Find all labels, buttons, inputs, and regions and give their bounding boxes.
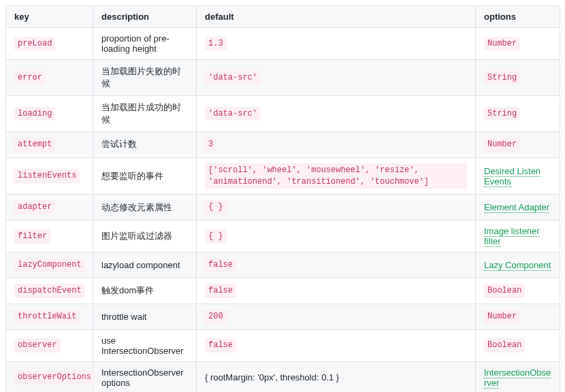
options-code: String — [484, 107, 520, 121]
table-row: throttleWaitthrottle wait200Number — [6, 304, 560, 329]
cell-key: dispatchEvent — [6, 278, 93, 304]
options-code: Number — [484, 310, 520, 324]
cell-options: Image listener filter — [476, 220, 560, 252]
cell-options: String — [476, 60, 560, 96]
table-row: error当加载图片失败的时候'data-src'String — [6, 60, 560, 96]
cell-default: { } — [197, 220, 476, 252]
default-code: false — [205, 284, 236, 298]
cell-default: false — [197, 278, 476, 304]
default-code: false — [205, 258, 236, 272]
cell-description: lazyload component — [93, 252, 197, 278]
default-code: ['scroll', 'wheel', 'mousewheel', 'resiz… — [205, 163, 467, 189]
table-row: adapter动态修改元素属性{ }Element Adapter — [6, 195, 560, 220]
options-code: Boolean — [484, 338, 525, 353]
cell-options: String — [476, 96, 560, 132]
cell-options: Number — [476, 304, 560, 329]
key-code: lazyComponent — [14, 258, 85, 272]
cell-description: 触发dom事件 — [93, 278, 197, 304]
key-code: loading — [14, 107, 55, 121]
cell-options: Number — [476, 132, 560, 158]
cell-description: use IntersectionObserver — [93, 329, 197, 361]
default-code: 'data-src' — [205, 107, 261, 121]
cell-options: Number — [476, 28, 560, 60]
key-code: observer — [14, 338, 61, 353]
cell-key: listenEvents — [6, 157, 93, 195]
table-row: observeruse IntersectionObserverfalseBoo… — [6, 329, 560, 361]
cell-key: throttleWait — [6, 304, 93, 329]
table-row: preLoadproportion of pre-loading height1… — [6, 28, 560, 60]
options-link[interactable]: IntersectionObserver — [484, 368, 551, 389]
cell-description: 当加载图片失败的时候 — [93, 60, 197, 96]
cell-default: 200 — [197, 304, 476, 329]
cell-key: filter — [6, 220, 93, 252]
default-code: 200 — [205, 310, 227, 324]
cell-default: false — [197, 329, 476, 361]
default-code: 3 — [205, 137, 216, 152]
cell-default: 'data-src' — [197, 96, 476, 132]
header-default: default — [197, 6, 476, 28]
default-code: false — [205, 338, 236, 353]
cell-key: preLoad — [6, 28, 93, 60]
table-row: attempt尝试计数3Number — [6, 132, 560, 158]
cell-default: { rootMargin: '0px', threshold: 0.1 } — [197, 361, 476, 392]
table-row: dispatchEvent触发dom事件falseBoolean — [6, 278, 560, 304]
cell-key: observer — [6, 329, 93, 361]
cell-description: 想要监听的事件 — [93, 157, 197, 195]
cell-description: throttle wait — [93, 304, 197, 329]
options-code: String — [484, 71, 520, 85]
default-code: 'data-src' — [205, 71, 261, 85]
cell-options: Element Adapter — [476, 195, 560, 220]
key-code: throttleWait — [14, 310, 80, 324]
cell-default: 1.3 — [197, 28, 476, 60]
cell-default: ['scroll', 'wheel', 'mousewheel', 'resiz… — [197, 157, 476, 195]
cell-default: 3 — [197, 132, 476, 158]
key-code: observerOptions — [14, 370, 95, 385]
cell-key: observerOptions — [6, 361, 93, 392]
header-description: description — [93, 6, 197, 28]
cell-key: adapter — [6, 195, 93, 220]
key-code: listenEvents — [14, 169, 80, 183]
key-code: dispatchEvent — [14, 284, 85, 298]
key-code: adapter — [14, 200, 55, 214]
key-code: preLoad — [14, 37, 55, 51]
cell-description: IntersectionObserver options — [93, 361, 197, 392]
cell-key: lazyComponent — [6, 252, 93, 278]
cell-options: IntersectionObserver — [476, 361, 560, 392]
table-row: listenEvents想要监听的事件['scroll', 'wheel', '… — [6, 157, 560, 195]
default-code: 1.3 — [205, 37, 227, 51]
cell-description: 当加载图片成功的时候 — [93, 96, 197, 132]
table-row: loading当加载图片成功的时候'data-src'String — [6, 96, 560, 132]
key-code: error — [14, 71, 46, 85]
options-link[interactable]: Element Adapter — [484, 202, 549, 213]
cell-default: { } — [197, 195, 476, 220]
cell-description: 图片监听或过滤器 — [93, 220, 197, 252]
table-row: lazyComponentlazyload componentfalseLazy… — [6, 252, 560, 278]
options-link[interactable]: Image listener filter — [484, 226, 540, 247]
default-code: { } — [205, 229, 227, 244]
options-code: Number — [484, 37, 520, 51]
cell-description: proportion of pre-loading height — [93, 28, 197, 60]
options-link[interactable]: Desired Listen Events — [484, 166, 540, 187]
options-code: Boolean — [484, 284, 525, 298]
cell-default: 'data-src' — [197, 60, 476, 96]
options-table: key description default options preLoadp… — [5, 5, 560, 392]
options-code: Number — [484, 137, 520, 152]
cell-key: error — [6, 60, 93, 96]
options-link[interactable]: Lazy Component — [484, 260, 551, 271]
cell-key: attempt — [6, 132, 93, 158]
cell-key: loading — [6, 96, 93, 132]
header-options: options — [476, 6, 560, 28]
cell-default: false — [197, 252, 476, 278]
cell-options: Lazy Component — [476, 252, 560, 278]
cell-description: 动态修改元素属性 — [93, 195, 197, 220]
default-text: { rootMargin: '0px', threshold: 0.1 } — [205, 372, 339, 382]
key-code: attempt — [14, 137, 55, 152]
header-key: key — [6, 6, 93, 28]
table-row: filter图片监听或过滤器{ }Image listener filter — [6, 220, 560, 252]
cell-options: Desired Listen Events — [476, 157, 560, 195]
table-row: observerOptionsIntersectionObserver opti… — [6, 361, 560, 392]
cell-description: 尝试计数 — [93, 132, 197, 158]
table-header-row: key description default options — [6, 6, 560, 28]
default-code: { } — [205, 200, 227, 214]
cell-options: Boolean — [476, 278, 560, 304]
